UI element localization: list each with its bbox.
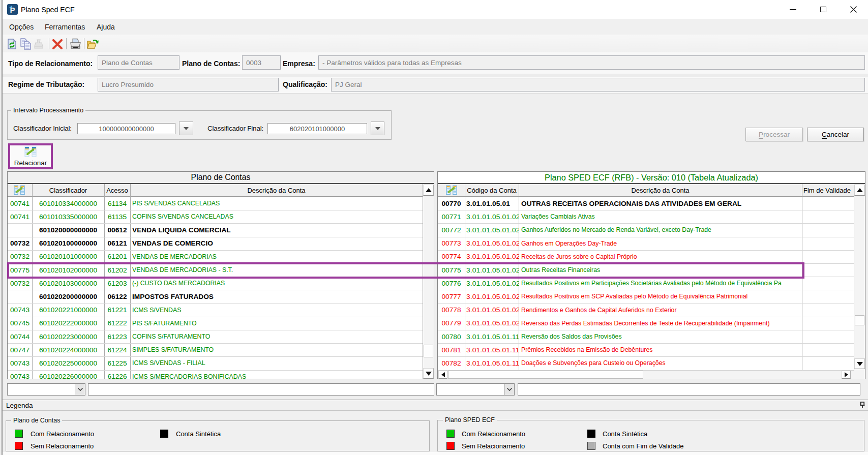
svg-text:P: P [10, 6, 15, 14]
